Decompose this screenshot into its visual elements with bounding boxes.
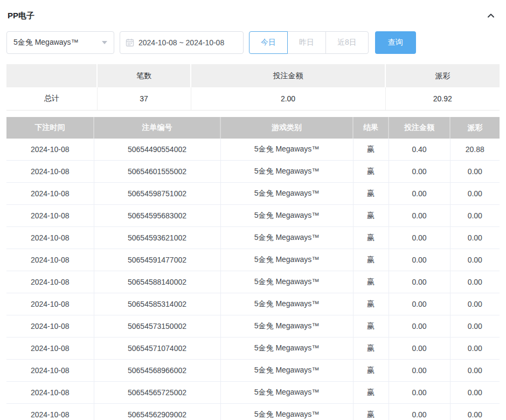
bet-amount-cell: 0.00: [389, 360, 450, 382]
records-header-game-category: 游戏类别: [220, 117, 353, 139]
records-table-body: 2024-10-08506544905540025金兔 Megaways™赢0.…: [6, 139, 500, 420]
payout-cell: 0.00: [450, 293, 500, 315]
payout-cell: 0.00: [450, 382, 500, 404]
last-8-days-button[interactable]: 近8日: [325, 31, 369, 54]
panel-header: PP电子: [6, 9, 500, 23]
game-category-cell: 5金兔 Megaways™: [220, 315, 353, 338]
bet-time-cell: 2024-10-08: [6, 271, 94, 293]
bet-id-cell: 50654562909002: [94, 404, 220, 420]
bet-id-cell: 50654585314002: [94, 293, 220, 315]
payout-cell: 0.00: [450, 360, 500, 382]
bet-time-cell: 2024-10-08: [6, 382, 94, 404]
chevron-up-icon: [487, 11, 495, 20]
game-category-cell: 5金兔 Megaways™: [220, 271, 353, 293]
bet-id-cell: 50654573150002: [94, 315, 220, 338]
records-table: 下注时间 注单编号 游戏类别 结果 投注金额 派彩 2024-10-085065…: [6, 117, 500, 420]
table-row: 2024-10-08506545629090025金兔 Megaways™赢0.…: [6, 404, 500, 420]
payout-cell: 0.00: [450, 315, 500, 338]
payout-cell: 0.00: [450, 271, 500, 293]
bet-time-cell: 2024-10-08: [6, 183, 94, 205]
summary-total-bet-amount: 2.00: [191, 87, 385, 111]
game-category-cell: 5金兔 Megaways™: [220, 227, 353, 249]
summary-table: 笔数 投注金额 派彩 总计 37 2.00 20.92: [6, 64, 500, 111]
bet-id-cell: 50654598751002: [94, 183, 220, 205]
date-range-input[interactable]: 2024-10-08 ~ 2024-10-08: [120, 31, 244, 54]
bet-amount-cell: 0.00: [389, 338, 450, 360]
game-category-cell: 5金兔 Megaways™: [220, 360, 353, 382]
bet-time-cell: 2024-10-08: [6, 338, 94, 360]
payout-cell: 0.00: [450, 338, 500, 360]
bet-amount-cell: 0.00: [389, 183, 450, 205]
table-row: 2024-10-08506545936210025金兔 Megaways™赢0.…: [6, 227, 500, 249]
payout-cell: 0.00: [450, 205, 500, 227]
bet-id-cell: 50654593621002: [94, 227, 220, 249]
bet-time-cell: 2024-10-08: [6, 205, 94, 227]
records-header-row: 下注时间 注单编号 游戏类别 结果 投注金额 派彩: [6, 117, 500, 139]
bet-amount-cell: 0.00: [389, 315, 450, 338]
result-cell: 赢: [353, 183, 389, 205]
bet-id-cell: 50654571074002: [94, 338, 220, 360]
table-row: 2024-10-08506545956830025金兔 Megaways™赢0.…: [6, 205, 500, 227]
game-category-cell: 5金兔 Megaways™: [220, 205, 353, 227]
bet-time-cell: 2024-10-08: [6, 360, 94, 382]
filter-controls: 5金兔 Megaways™ 2024-10-08 ~ 2024-10-08 今日…: [6, 31, 500, 54]
records-header-bet-id: 注单编号: [94, 117, 220, 139]
records-header-bet-amount: 投注金额: [389, 117, 450, 139]
summary-header-blank: [6, 64, 97, 87]
records-header-result: 结果: [353, 117, 389, 139]
bet-time-cell: 2024-10-08: [6, 161, 94, 183]
search-button[interactable]: 查询: [375, 31, 416, 54]
result-cell: 赢: [353, 360, 389, 382]
bet-time-cell: 2024-10-08: [6, 249, 94, 271]
game-category-cell: 5金兔 Megaways™: [220, 161, 353, 183]
payout-cell: 0.00: [450, 404, 500, 420]
calendar-icon: [126, 38, 134, 47]
bet-id-cell: 50654601555002: [94, 161, 220, 183]
bet-amount-cell: 0.00: [389, 382, 450, 404]
result-cell: 赢: [353, 338, 389, 360]
game-category-cell: 5金兔 Megaways™: [220, 139, 353, 161]
quick-date-button-group: 今日 昨日 近8日: [249, 31, 369, 54]
game-category-cell: 5金兔 Megaways™: [220, 293, 353, 315]
summary-header-row: 笔数 投注金额 派彩: [6, 64, 500, 87]
bet-amount-cell: 0.00: [389, 205, 450, 227]
game-category-cell: 5金兔 Megaways™: [220, 338, 353, 360]
result-cell: 赢: [353, 404, 389, 420]
result-cell: 赢: [353, 139, 389, 161]
betting-records-panel: PP电子 5金兔 Megaways™ 2024: [0, 0, 506, 420]
table-row: 2024-10-08506545731500025金兔 Megaways™赢0.…: [6, 315, 500, 338]
summary-total-label: 总计: [6, 87, 97, 111]
game-select[interactable]: 5金兔 Megaways™: [6, 31, 114, 54]
game-category-cell: 5金兔 Megaways™: [220, 404, 353, 420]
table-row: 2024-10-08506545987510025金兔 Megaways™赢0.…: [6, 183, 500, 205]
bet-amount-cell: 0.00: [389, 271, 450, 293]
today-button[interactable]: 今日: [249, 31, 288, 54]
table-row: 2024-10-08506545881400025金兔 Megaways™赢0.…: [6, 271, 500, 293]
bet-id-cell: 50654591477002: [94, 249, 220, 271]
table-row: 2024-10-08506544905540025金兔 Megaways™赢0.…: [6, 139, 500, 161]
result-cell: 赢: [353, 271, 389, 293]
bet-amount-cell: 0.00: [389, 293, 450, 315]
bet-amount-cell: 0.00: [389, 161, 450, 183]
bet-time-cell: 2024-10-08: [6, 315, 94, 338]
bet-id-cell: 50654565725002: [94, 382, 220, 404]
bet-time-cell: 2024-10-08: [6, 227, 94, 249]
page-title: PP电子: [8, 11, 34, 21]
collapse-panel-button[interactable]: [483, 9, 498, 22]
bet-id-cell: 50654490554002: [94, 139, 220, 161]
date-range-value: 2024-10-08 ~ 2024-10-08: [138, 38, 224, 47]
table-row: 2024-10-08506545689660025金兔 Megaways™赢0.…: [6, 360, 500, 382]
bet-amount-cell: 0.00: [389, 404, 450, 420]
table-row: 2024-10-08506545914770025金兔 Megaways™赢0.…: [6, 249, 500, 271]
summary-total-payout: 20.92: [385, 87, 500, 111]
payout-cell: 0.00: [450, 249, 500, 271]
result-cell: 赢: [353, 205, 389, 227]
records-header-bet-time: 下注时间: [6, 117, 94, 139]
result-cell: 赢: [353, 249, 389, 271]
yesterday-button[interactable]: 昨日: [287, 31, 326, 54]
table-row: 2024-10-08506545710740025金兔 Megaways™赢0.…: [6, 338, 500, 360]
table-row: 2024-10-08506545657250025金兔 Megaways™赢0.…: [6, 382, 500, 404]
game-category-cell: 5金兔 Megaways™: [220, 183, 353, 205]
result-cell: 赢: [353, 293, 389, 315]
game-category-cell: 5金兔 Megaways™: [220, 249, 353, 271]
